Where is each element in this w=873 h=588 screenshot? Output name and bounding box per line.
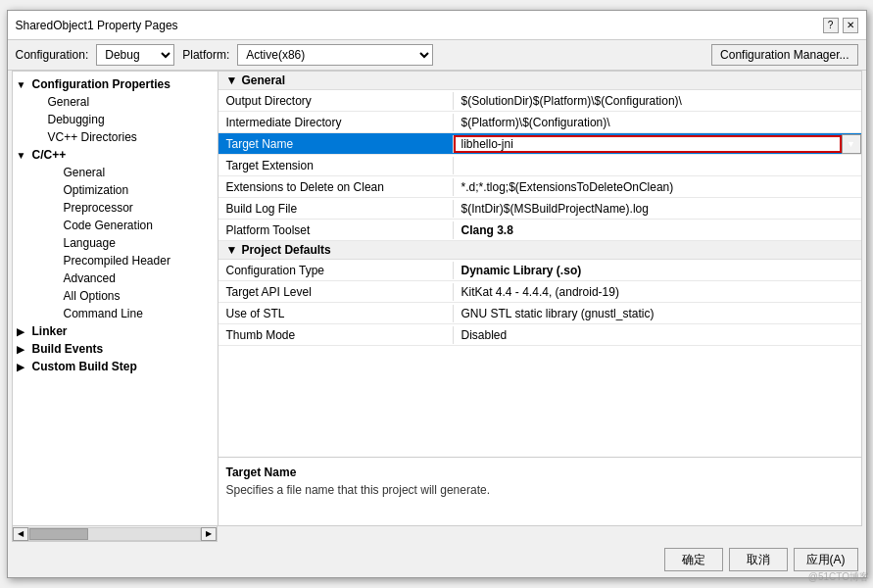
- prop-value-thumb-mode: Disabled: [454, 326, 861, 344]
- tree-item-linker[interactable]: ▶Linker: [13, 322, 218, 340]
- platform-label: Platform:: [182, 48, 229, 62]
- configuration-dropdown[interactable]: Debug: [96, 44, 174, 66]
- platform-dropdown[interactable]: Active(x86): [237, 44, 433, 66]
- title-controls: ? ✕: [823, 18, 858, 33]
- prop-name-target-ext: Target Extension: [218, 157, 454, 174]
- prop-row-output-dir[interactable]: Output Directory$(SolutionDir)$(Platform…: [218, 90, 861, 112]
- main-content: ▼Configuration PropertiesGeneralDebuggin…: [12, 71, 862, 526]
- left-tree-panel: ▼Configuration PropertiesGeneralDebuggin…: [13, 72, 218, 525]
- info-panel: Target Name Specifies a file name that t…: [218, 457, 861, 525]
- scroll-left-btn[interactable]: ◀: [13, 527, 28, 541]
- tree-label-vc-dirs: VC++ Directories: [48, 130, 137, 144]
- title-bar: SharedObject1 Property Pages ? ✕: [8, 11, 866, 40]
- scroll-right-btn[interactable]: ▶: [201, 527, 217, 541]
- tree-item-optimization[interactable]: Optimization: [13, 181, 218, 199]
- properties-area: ▼GeneralOutput Directory$(SolutionDir)$(…: [218, 72, 861, 457]
- tree-item-config-props[interactable]: ▼Configuration Properties: [13, 75, 218, 93]
- tree-item-cmd-line[interactable]: Command Line: [13, 305, 218, 322]
- tree-label-config-props: Configuration Properties: [32, 77, 170, 91]
- prop-name-build-log: Build Log File: [218, 200, 454, 218]
- scroll-track[interactable]: [28, 527, 201, 541]
- tree-item-all-options[interactable]: All Options: [13, 287, 218, 305]
- expander-config-props: ▼: [17, 79, 32, 90]
- h-scrollbar[interactable]: ◀ ▶: [12, 526, 218, 542]
- info-title: Target Name: [226, 466, 853, 479]
- right-panel: ▼GeneralOutput Directory$(SolutionDir)$(…: [218, 72, 861, 525]
- tree-item-debugging[interactable]: Debugging: [13, 111, 218, 128]
- section-title-general: General: [241, 74, 285, 87]
- prop-value-output-dir: $(SolutionDir)$(Platform)\$(Configuratio…: [454, 92, 861, 110]
- prop-value-target-api: KitKat 4.4 - 4.4.4, (android-19): [454, 283, 861, 301]
- bottom-bar: 确定 取消 应用(A): [8, 542, 866, 577]
- tree-item-custom-build[interactable]: ▶Custom Build Step: [13, 358, 218, 375]
- tree-label-advanced: Advanced: [64, 271, 116, 285]
- close-button[interactable]: ✕: [843, 18, 858, 33]
- tree-item-build-events[interactable]: ▶Build Events: [13, 340, 218, 358]
- prop-value-intermediate-dir: $(Platform)\$(Configuration)\: [454, 114, 861, 131]
- tree-label-all-options: All Options: [64, 289, 121, 303]
- prop-name-config-type: Configuration Type: [218, 262, 454, 279]
- prop-name-platform-toolset: Platform Toolset: [218, 221, 454, 239]
- prop-name-output-dir: Output Directory: [218, 92, 454, 110]
- config-row: Configuration: Debug Platform: Active(x8…: [8, 40, 866, 71]
- tree-label-debugging: Debugging: [48, 113, 105, 126]
- prop-row-build-log[interactable]: Build Log File$(IntDir)$(MSBuildProjectN…: [218, 198, 861, 220]
- prop-value-use-stl: GNU STL static library (gnustl_static): [454, 305, 861, 322]
- config-manager-button[interactable]: Configuration Manager...: [711, 44, 857, 66]
- expander-linker: ▶: [17, 326, 32, 337]
- prop-value-ext-delete: *.d;*.tlog;$(ExtensionsToDeleteOnClean): [454, 178, 861, 196]
- prop-row-platform-toolset[interactable]: Platform ToolsetClang 3.8: [218, 220, 861, 241]
- section-expander-project-defaults[interactable]: ▼: [226, 243, 238, 257]
- tree-label-general: General: [48, 95, 90, 109]
- tree-label-build-events: Build Events: [32, 342, 104, 356]
- tree-item-general[interactable]: General: [13, 93, 218, 111]
- ok-button[interactable]: 确定: [664, 548, 723, 571]
- dialog-title: SharedObject1 Property Pages: [16, 19, 178, 32]
- cancel-button[interactable]: 取消: [729, 548, 788, 571]
- expander-build-events: ▶: [17, 344, 32, 355]
- prop-row-config-type[interactable]: Configuration TypeDynamic Library (.so): [218, 260, 861, 281]
- prop-name-intermediate-dir: Intermediate Directory: [218, 114, 454, 131]
- tree-item-precomp[interactable]: Precompiled Header: [13, 252, 218, 270]
- tree-item-language[interactable]: Language: [13, 234, 218, 252]
- tree-item-preprocessor[interactable]: Preprocessor: [13, 199, 218, 217]
- tree-item-advanced[interactable]: Advanced: [13, 270, 218, 287]
- tree-label-cpp-general: General: [64, 166, 106, 179]
- section-header-general: ▼General: [218, 72, 861, 90]
- apply-button[interactable]: 应用(A): [794, 548, 858, 571]
- tree-label-cpp: C/C++: [32, 148, 67, 162]
- prop-value-platform-toolset: Clang 3.8: [454, 221, 861, 239]
- tree-label-preprocessor: Preprocessor: [64, 201, 133, 215]
- tree-item-code-gen[interactable]: Code Generation: [13, 217, 218, 234]
- tree-item-vc-dirs[interactable]: VC++ Directories: [13, 128, 218, 146]
- prop-row-ext-delete[interactable]: Extensions to Delete on Clean*.d;*.tlog;…: [218, 176, 861, 198]
- info-description: Specifies a file name that this project …: [226, 483, 853, 497]
- prop-value-config-type: Dynamic Library (.so): [454, 262, 861, 279]
- prop-row-intermediate-dir[interactable]: Intermediate Directory$(Platform)\$(Conf…: [218, 112, 861, 133]
- prop-row-target-api[interactable]: Target API LevelKitKat 4.4 - 4.4.4, (and…: [218, 281, 861, 303]
- tree-item-cpp-general[interactable]: General: [13, 164, 218, 181]
- prop-dropdown-target-name[interactable]: ▼: [842, 134, 861, 154]
- tree-label-code-gen: Code Generation: [64, 219, 153, 232]
- tree-label-language: Language: [64, 236, 116, 250]
- tree-label-linker: Linker: [32, 324, 68, 338]
- section-header-project-defaults: ▼Project Defaults: [218, 241, 861, 260]
- prop-name-thumb-mode: Thumb Mode: [218, 326, 454, 344]
- prop-row-use-stl[interactable]: Use of STLGNU STL static library (gnustl…: [218, 303, 861, 324]
- expander-custom-build: ▶: [17, 362, 32, 372]
- section-expander-general[interactable]: ▼: [226, 74, 238, 87]
- prop-name-ext-delete: Extensions to Delete on Clean: [218, 178, 454, 196]
- prop-row-target-ext[interactable]: Target Extension: [218, 155, 861, 176]
- prop-name-use-stl: Use of STL: [218, 305, 454, 322]
- prop-name-target-api: Target API Level: [218, 283, 454, 301]
- scroll-thumb[interactable]: [29, 528, 88, 540]
- tree-label-custom-build: Custom Build Step: [32, 360, 137, 373]
- tree-item-cpp[interactable]: ▼C/C++: [13, 146, 218, 164]
- expander-cpp: ▼: [17, 150, 32, 161]
- help-button[interactable]: ?: [823, 18, 839, 33]
- prop-row-thumb-mode[interactable]: Thumb ModeDisabled: [218, 324, 861, 346]
- prop-row-target-name[interactable]: Target Namelibhello-jni▼: [218, 133, 861, 155]
- prop-value-target-name[interactable]: libhello-jni: [454, 135, 842, 153]
- property-pages-dialog: SharedObject1 Property Pages ? ✕ Configu…: [7, 10, 867, 578]
- config-label: Configuration:: [16, 48, 89, 62]
